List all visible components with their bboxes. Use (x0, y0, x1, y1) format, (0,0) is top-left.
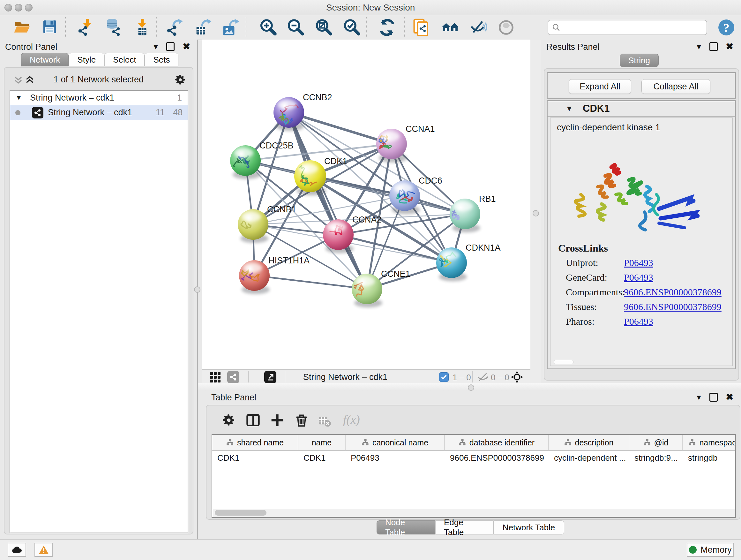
results-splitter-handle[interactable] (533, 210, 539, 216)
import-table-button[interactable] (133, 18, 151, 37)
toolbar-separator (246, 17, 246, 37)
zoom-fit-button[interactable] (315, 18, 333, 37)
network-tree: ▼ String Network – cdk1 1 String Network… (10, 90, 188, 533)
grid-view-icon[interactable] (209, 371, 221, 383)
network-collection-row[interactable]: ▼ String Network – cdk1 1 (10, 91, 188, 105)
open-session-button[interactable] (13, 18, 31, 37)
network-graph[interactable]: CCNB2CCNA1CDC25BCDK1CDC6RB1CCNB1CCNA2CDK… (202, 40, 530, 369)
tab-edge-table[interactable]: Edge Table (435, 520, 493, 535)
panel-close-icon[interactable]: ✖ (183, 42, 190, 51)
table-splitter-handle[interactable] (468, 384, 474, 391)
import-network-from-database-button[interactable] (105, 18, 122, 37)
network-view[interactable]: CCNB2CCNA1CDC25BCDK1CDC6RB1CCNB1CCNA2CDK… (202, 40, 530, 369)
scrollbar-thumb[interactable] (215, 510, 266, 516)
table-cell[interactable]: CDK1 (212, 451, 298, 465)
crosslink-label: Pharos: (566, 316, 624, 327)
column-header[interactable]: name (298, 435, 346, 450)
save-session-button[interactable] (42, 18, 59, 37)
panel-float-icon[interactable] (166, 42, 175, 51)
export-image-button[interactable] (222, 18, 240, 37)
selected-checkbox[interactable] (439, 372, 449, 382)
birdseye-crosshair-icon[interactable] (511, 371, 523, 383)
column-header[interactable]: shared name (212, 435, 298, 450)
panel-float-icon[interactable] (710, 42, 718, 51)
delete-column-icon[interactable] (294, 413, 309, 427)
import-network-button[interactable] (77, 18, 95, 37)
crosslinks-section: CrossLinks Uniprot:P06493GeneCard:P06493… (558, 242, 722, 331)
export-table-button[interactable] (194, 18, 212, 37)
panel-float-icon[interactable] (710, 393, 718, 401)
add-column-icon[interactable] (270, 413, 284, 427)
network-row-selected[interactable]: String Network – cdk1 11 48 (10, 105, 188, 120)
column-header[interactable]: canonical name (346, 435, 445, 450)
table-cell[interactable]: stringdb:9... (629, 451, 683, 465)
node-table-body: f(x) shared namenamecanonical namedataba… (206, 405, 740, 520)
crosslink-link[interactable]: P06493 (624, 257, 653, 268)
column-header[interactable]: @id (629, 435, 683, 450)
zoom-in-button[interactable] (259, 18, 277, 37)
column-header[interactable]: description (549, 435, 629, 450)
warning-button[interactable] (35, 543, 53, 557)
panel-close-icon[interactable]: ✖ (726, 42, 733, 51)
table-cell[interactable]: stringdb (683, 451, 736, 465)
clone-network-button[interactable] (413, 18, 431, 37)
tab-sets[interactable]: Sets (145, 53, 179, 66)
section-collapse-icon[interactable]: ▼ (565, 104, 573, 113)
hidden-count: 0 – 0 (491, 373, 509, 382)
tab-select[interactable]: Select (105, 53, 145, 66)
zoom-selected-button[interactable] (343, 18, 360, 37)
crosslink-link[interactable]: P06493 (624, 316, 653, 327)
panel-close-icon[interactable]: ✖ (726, 393, 733, 401)
table-cell[interactable]: CDK1 (298, 451, 346, 465)
bar-separator (285, 371, 285, 382)
search-field[interactable] (548, 20, 707, 35)
network-label: String Network – cdk1 (48, 108, 132, 118)
left-splitter-handle[interactable] (194, 287, 200, 293)
panel-menu-icon[interactable]: ▾ (153, 43, 158, 51)
node-table[interactable]: shared namenamecanonical namedatabase id… (212, 434, 736, 518)
tree-expand-icon[interactable]: ▼ (15, 94, 22, 102)
cloud-button[interactable] (8, 543, 26, 557)
table-header-row[interactable]: shared namenamecanonical namedatabase id… (212, 435, 735, 451)
crosslinks-heading: CrossLinks (558, 242, 722, 254)
table-cell[interactable]: cyclin-dependent ... (549, 451, 629, 465)
cloud-icon (11, 546, 22, 554)
home-networks-button[interactable] (441, 18, 459, 37)
panel-menu-icon[interactable]: ▾ (697, 43, 701, 51)
export-network-button[interactable] (166, 18, 184, 37)
results-scrollbar[interactable] (554, 360, 574, 364)
column-header[interactable]: database identifier (445, 435, 549, 450)
crosslink-link[interactable]: 9606.ENSP00000378699 (624, 287, 722, 297)
tab-network[interactable]: Network (21, 53, 69, 66)
zoom-out-button[interactable] (286, 18, 305, 37)
table-row[interactable]: CDK1CDK1P064939606.ENSP00000378699cyclin… (212, 451, 735, 465)
table-hscrollbar[interactable] (213, 509, 735, 516)
search-input[interactable] (563, 21, 701, 33)
tab-style[interactable]: Style (69, 53, 105, 66)
table-gear-icon[interactable] (222, 413, 236, 427)
hide-selected-button[interactable] (469, 18, 487, 37)
crosslink-row: Uniprot:P06493 (558, 257, 722, 272)
crosslink-link[interactable]: 9606.ENSP00000378699 (624, 301, 722, 312)
refresh-button[interactable] (378, 18, 396, 37)
show-columns-icon[interactable] (246, 413, 260, 427)
column-header[interactable]: namespace (683, 435, 736, 450)
table-splitter[interactable] (198, 383, 741, 391)
tab-node-table[interactable]: Node Table (377, 520, 435, 535)
gear-icon[interactable] (174, 74, 186, 86)
panel-menu-icon[interactable]: ▾ (697, 393, 701, 401)
tab-network-table[interactable]: Network Table (493, 520, 564, 535)
string-badge-icon[interactable] (227, 371, 239, 383)
collapse-all-button[interactable]: Collapse All (642, 79, 711, 94)
show-eye-button[interactable] (497, 18, 515, 37)
external-view-icon[interactable] (264, 371, 276, 383)
delete-table-icon[interactable] (318, 415, 331, 427)
memory-button[interactable]: Memory (687, 543, 734, 557)
expand-all-button[interactable]: Expand All (569, 79, 631, 94)
table-cell[interactable]: P06493 (346, 451, 445, 465)
table-cell[interactable]: 9606.ENSP00000378699 (445, 451, 549, 465)
crosslink-link[interactable]: P06493 (624, 272, 653, 283)
help-button[interactable]: ? (718, 18, 735, 37)
tab-string[interactable]: String (620, 54, 659, 67)
node-label: CCNA2 (352, 215, 382, 225)
